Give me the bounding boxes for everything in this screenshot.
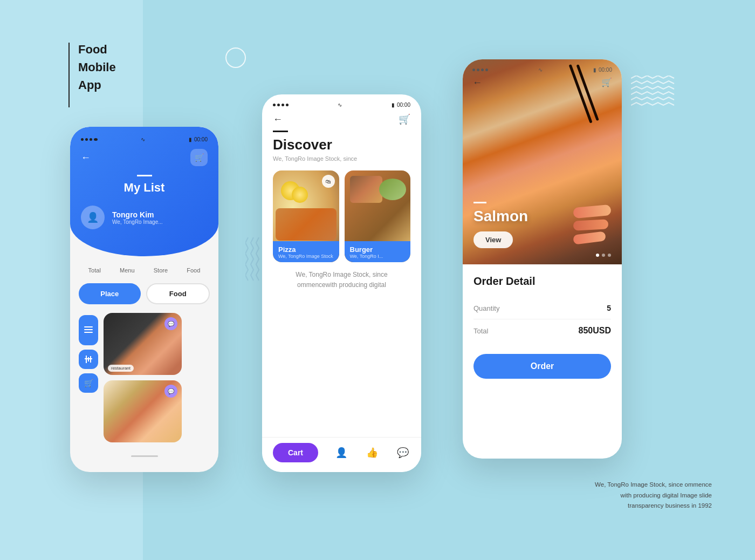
pizza-name: Pizza bbox=[278, 245, 334, 254]
view-button[interactable]: View bbox=[473, 231, 513, 248]
food-cards-list: restaurant 💬 💬 bbox=[104, 313, 182, 442]
quantity-row: Quantity 5 bbox=[473, 297, 611, 319]
back-arrow-2[interactable]: ← bbox=[273, 114, 283, 125]
discover-sub: We, TongRo Image Stock, since bbox=[273, 155, 410, 162]
back-arrow-3[interactable]: ← bbox=[472, 77, 482, 88]
svg-rect-0 bbox=[84, 326, 93, 327]
card-icon-1[interactable] bbox=[79, 315, 98, 345]
order-button[interactable]: Order bbox=[473, 354, 611, 379]
time-display: 00:00 bbox=[194, 136, 208, 142]
dot-3 bbox=[608, 254, 611, 257]
place-filter-btn[interactable]: Place bbox=[79, 283, 141, 304]
burger-sub: We, TongRo I... bbox=[350, 254, 406, 259]
section-accent-2 bbox=[273, 131, 288, 132]
phone3-order: ∿ ▮ 00:00 ← 🛒 Salmon View bbox=[463, 59, 622, 459]
phone2-discover: ∿ ▮ 00:00 ← 🛒 Discover We, TongRo Image … bbox=[262, 94, 421, 472]
footer-text: We, TongRo Image Stock, since ommencewit… bbox=[595, 480, 712, 511]
zigzag-deco-right bbox=[631, 76, 680, 121]
filter-buttons: Place Food bbox=[79, 283, 210, 304]
tab-food[interactable]: Food bbox=[184, 265, 202, 276]
wifi-icon: ∿ bbox=[141, 136, 145, 142]
phone2-bottom-bar: Cart 👤 👍 💬 bbox=[262, 437, 421, 472]
signal-dots bbox=[81, 138, 98, 141]
order-title: Order Detail bbox=[473, 275, 611, 288]
dot-2 bbox=[602, 254, 605, 257]
tab-total[interactable]: Total bbox=[86, 265, 103, 276]
status-bar-2: ∿ ▮ 00:00 bbox=[262, 94, 421, 108]
svg-rect-6 bbox=[90, 356, 91, 363]
signal-dots-3 bbox=[472, 69, 488, 71]
user-info: Tongro Kim We, TongRo Image... bbox=[112, 210, 163, 225]
chat-bubble-1: 💬 bbox=[164, 317, 177, 330]
cart-icon-2[interactable]: 🛒 bbox=[399, 113, 410, 125]
wifi-icon-2: ∿ bbox=[338, 102, 342, 108]
pizza-label: Pizza We, TongRo Image Stock bbox=[273, 241, 339, 262]
scroll-indicator bbox=[131, 455, 158, 457]
total-label: Total bbox=[473, 327, 488, 335]
status-bar-1: ∿ ▮ 00:00 bbox=[81, 136, 208, 142]
header-accent bbox=[137, 175, 152, 176]
cart-button-2[interactable]: Cart bbox=[273, 443, 318, 462]
burger-card[interactable]: Burger We, TongRo I... bbox=[345, 170, 411, 262]
phone1-nav: ← 🛒 bbox=[81, 149, 208, 166]
food-grid: Pizza We, TongRo Image Stock 🛍 Burger We… bbox=[273, 170, 410, 262]
svg-rect-4 bbox=[86, 356, 87, 363]
phone2-body: Discover We, TongRo Image Stock, since ♥… bbox=[262, 131, 421, 290]
card-icon-2[interactable] bbox=[79, 350, 98, 369]
food-card-noodle[interactable]: 💬 bbox=[104, 380, 182, 442]
battery-time: ▮ 00:00 bbox=[189, 136, 208, 142]
page-title-1: My List bbox=[81, 181, 208, 195]
tabs-row: Total Menu Store Food bbox=[79, 265, 210, 276]
hero-dots bbox=[596, 254, 611, 257]
battery-2: ▮ 00:00 bbox=[392, 102, 410, 108]
quantity-value: 5 bbox=[607, 304, 611, 312]
food-filter-btn[interactable]: Food bbox=[146, 283, 210, 304]
wifi-icon-3: ∿ bbox=[538, 67, 543, 73]
user-name: Tongro Kim bbox=[112, 210, 163, 219]
brand-line bbox=[68, 43, 70, 107]
phone2-nav: ← 🛒 bbox=[262, 108, 421, 131]
bag-icon-pizza[interactable]: 🛍 bbox=[322, 175, 335, 188]
burger-label: Burger We, TongRo I... bbox=[345, 241, 411, 262]
brand-line2: Mobile bbox=[78, 60, 116, 74]
total-value: 850USD bbox=[579, 326, 611, 336]
card-icon-3[interactable]: 🛒 bbox=[79, 373, 98, 393]
hero-section: ∿ ▮ 00:00 ← 🛒 Salmon View bbox=[463, 59, 622, 264]
brand-line3: App bbox=[78, 78, 101, 92]
time-2: 00:00 bbox=[397, 102, 410, 108]
pizza-card[interactable]: Pizza We, TongRo Image Stock 🛍 bbox=[273, 170, 339, 262]
lemon2 bbox=[292, 187, 308, 203]
avatar: 👤 bbox=[81, 206, 105, 229]
chat-icon[interactable]: 💬 bbox=[395, 445, 410, 460]
phone1-header: ∿ ▮ 00:00 ← 🛒 My List 👤 Tongro Kim We, T… bbox=[70, 127, 218, 256]
svg-rect-5 bbox=[88, 357, 89, 361]
total-row: Total 850USD bbox=[473, 319, 611, 342]
like-icon[interactable]: 👍 bbox=[365, 445, 380, 460]
quantity-label: Quantity bbox=[473, 304, 499, 312]
dot-1 bbox=[596, 254, 599, 257]
user-subtitle: We, TongRo Image... bbox=[112, 219, 163, 225]
pizza-sub: We, TongRo Image Stock bbox=[278, 254, 334, 259]
chopsticks-svg bbox=[561, 59, 622, 128]
chat-bubble-2: 💬 bbox=[164, 385, 177, 398]
food-card-salmon[interactable]: restaurant 💬 bbox=[104, 313, 182, 375]
tab-menu[interactable]: Menu bbox=[118, 265, 137, 276]
food-card-label-1: restaurant bbox=[108, 365, 134, 372]
burger-name: Burger bbox=[350, 245, 406, 254]
discover-title: Discover bbox=[273, 136, 410, 153]
phone1-my-list: ∿ ▮ 00:00 ← 🛒 My List 👤 Tongro Kim We, T… bbox=[70, 127, 218, 472]
tab-store[interactable]: Store bbox=[152, 265, 170, 276]
cart-button-1[interactable]: 🛒 bbox=[190, 149, 208, 166]
food-name-hero: Salmon bbox=[473, 208, 528, 225]
brand-text: Food Mobile App bbox=[78, 40, 116, 94]
user-row: 👤 Tongro Kim We, TongRo Image... bbox=[81, 206, 208, 235]
svg-rect-1 bbox=[84, 329, 93, 330]
phone1-body: Total Menu Store Food Place Food 🛒 bbox=[70, 256, 218, 451]
profile-icon[interactable]: 👤 bbox=[334, 445, 349, 460]
side-icons-panel: 🛒 bbox=[79, 313, 98, 442]
back-arrow[interactable]: ← bbox=[81, 152, 91, 163]
footer-description: We, TongRo Image Stock, since ommencewit… bbox=[595, 481, 712, 509]
order-body: Order Detail Quantity 5 Total 850USD Ord… bbox=[463, 264, 622, 384]
salmon-slices bbox=[573, 206, 611, 243]
deco-circle bbox=[225, 47, 246, 68]
